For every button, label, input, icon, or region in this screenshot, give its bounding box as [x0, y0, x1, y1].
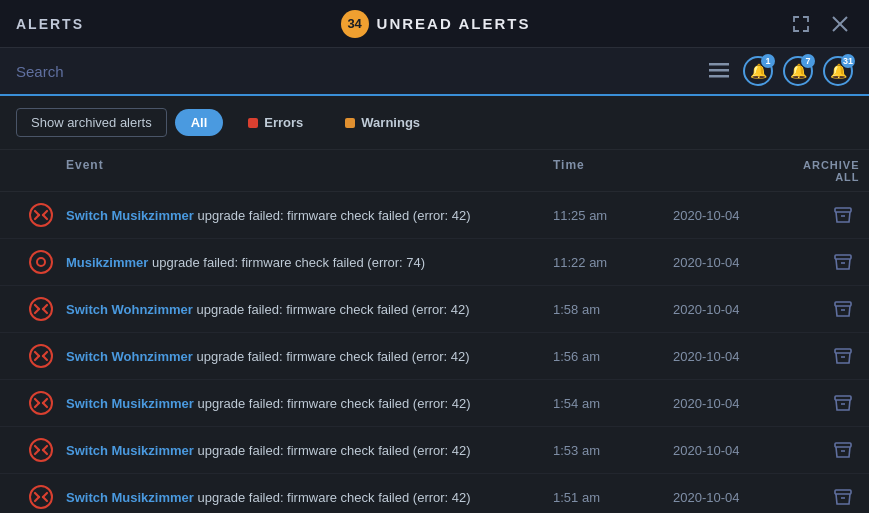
- alert-device-link[interactable]: Switch Musikzimmer: [66, 443, 194, 458]
- table-header: Event Time ARCHIVE ALL: [0, 150, 869, 192]
- svg-rect-4: [709, 75, 729, 78]
- alert-filter-7[interactable]: 🔔 7: [783, 56, 813, 86]
- alert-time: 1:54 am: [553, 396, 673, 411]
- svg-rect-42: [835, 443, 851, 447]
- search-right-icons: 🔔 1 🔔 7 🔔 31: [705, 56, 853, 86]
- alert-filter-1[interactable]: 🔔 1: [743, 56, 773, 86]
- list-view-button[interactable]: [705, 59, 733, 83]
- svg-rect-28: [835, 349, 851, 353]
- alert-device-link[interactable]: Switch Musikzimmer: [66, 490, 194, 505]
- svg-point-5: [30, 204, 52, 226]
- header-center: 34 UNREAD ALERTS: [341, 10, 531, 38]
- search-input[interactable]: [16, 63, 705, 80]
- svg-point-16: [30, 298, 52, 320]
- expand-button[interactable]: [787, 10, 815, 38]
- table-row: Switch Musikzimmer upgrade failed: firmw…: [0, 192, 869, 239]
- close-button[interactable]: [827, 11, 853, 37]
- show-archived-button[interactable]: Show archived alerts: [16, 108, 167, 137]
- filter-all-button[interactable]: All: [175, 109, 224, 136]
- alert-date: 2020-10-04: [673, 443, 803, 458]
- filter-errors-label: Errors: [264, 115, 303, 130]
- alert-device-link[interactable]: Musikzimmer: [66, 255, 148, 270]
- header: ALERTS 34 UNREAD ALERTS: [0, 0, 869, 48]
- archive-row-button[interactable]: [833, 205, 853, 225]
- alert-icon: [16, 202, 66, 228]
- alert-date: 2020-10-04: [673, 208, 803, 223]
- svg-line-18: [35, 309, 39, 313]
- alert-device-link[interactable]: Switch Wohnzimmer: [66, 302, 193, 317]
- app-title: ALERTS: [16, 16, 84, 32]
- alert-message: Switch Musikzimmer upgrade failed: firmw…: [66, 490, 553, 505]
- table-row: Switch Musikzimmer upgrade failed: firmw…: [0, 380, 869, 427]
- svg-line-7: [35, 215, 39, 219]
- unread-badge: 34: [341, 10, 369, 38]
- warnings-dot: [345, 118, 355, 128]
- alert-icon: [16, 249, 66, 275]
- svg-point-23: [30, 345, 52, 367]
- filter-warnings-button[interactable]: Warnings: [328, 108, 437, 137]
- svg-line-25: [35, 356, 39, 360]
- svg-rect-35: [835, 396, 851, 400]
- svg-line-34: [43, 403, 47, 407]
- filter-all-label: All: [191, 115, 208, 130]
- alert-message: Switch Musikzimmer upgrade failed: firmw…: [66, 396, 553, 411]
- filter-errors-button[interactable]: Errors: [231, 108, 320, 137]
- archive-row-button[interactable]: [833, 487, 853, 507]
- archive-row-button[interactable]: [833, 299, 853, 319]
- alert-message: Switch Wohnzimmer upgrade failed: firmwa…: [66, 302, 553, 317]
- alert-icon: [16, 437, 66, 463]
- archive-row-button[interactable]: [833, 440, 853, 460]
- alert-icon: [16, 296, 66, 322]
- alert-time: 11:25 am: [553, 208, 673, 223]
- alert-message: Musikzimmer upgrade failed: firmware che…: [66, 255, 553, 270]
- alert-date: 2020-10-04: [673, 490, 803, 505]
- alert-date: 2020-10-04: [673, 396, 803, 411]
- archive-row-button[interactable]: [833, 393, 853, 413]
- svg-point-37: [30, 439, 52, 461]
- svg-rect-21: [835, 302, 851, 306]
- table-row: Switch Wohnzimmer upgrade failed: firmwa…: [0, 333, 869, 380]
- alert-time: 1:56 am: [553, 349, 673, 364]
- col-event: Event: [66, 158, 553, 183]
- archive-row-button[interactable]: [833, 346, 853, 366]
- alert-message: Switch Musikzimmer upgrade failed: firmw…: [66, 208, 553, 223]
- alert-date: 2020-10-04: [673, 255, 803, 270]
- alert-time: 1:58 am: [553, 302, 673, 317]
- alert-message: Switch Musikzimmer upgrade failed: firmw…: [66, 443, 553, 458]
- archive-row-button[interactable]: [833, 252, 853, 272]
- filter-warnings-label: Warnings: [361, 115, 420, 130]
- svg-line-46: [35, 497, 39, 501]
- search-bar: 🔔 1 🔔 7 🔔 31: [0, 48, 869, 96]
- svg-point-13: [37, 258, 45, 266]
- alert-icon: [16, 390, 66, 416]
- alerts-list: Switch Musikzimmer upgrade failed: firmw…: [0, 192, 869, 511]
- alert-device-link[interactable]: Switch Wohnzimmer: [66, 349, 193, 364]
- svg-point-44: [30, 486, 52, 508]
- svg-line-41: [43, 450, 47, 454]
- svg-point-30: [30, 392, 52, 414]
- archive-all-button[interactable]: ARCHIVE ALL: [803, 159, 860, 183]
- errors-dot: [248, 118, 258, 128]
- alert-message: Switch Wohnzimmer upgrade failed: firmwa…: [66, 349, 553, 364]
- table-row: Switch Musikzimmer upgrade failed: firmw…: [0, 474, 869, 511]
- filter-bar: Show archived alerts All Errors Warnings: [0, 96, 869, 150]
- alert-icon: [16, 343, 66, 369]
- table-row: Switch Wohnzimmer upgrade failed: firmwa…: [0, 286, 869, 333]
- svg-rect-49: [835, 490, 851, 494]
- svg-point-12: [30, 251, 52, 273]
- svg-line-9: [43, 215, 47, 219]
- alert-date: 2020-10-04: [673, 302, 803, 317]
- alert-time: 1:51 am: [553, 490, 673, 505]
- svg-line-32: [35, 403, 39, 407]
- svg-rect-10: [835, 208, 851, 212]
- table-row: Switch Musikzimmer upgrade failed: firmw…: [0, 427, 869, 474]
- svg-rect-14: [835, 255, 851, 259]
- alert-device-link[interactable]: Switch Musikzimmer: [66, 208, 194, 223]
- header-actions: [787, 10, 853, 38]
- col-date: [673, 158, 803, 183]
- alert-date: 2020-10-04: [673, 349, 803, 364]
- alert-time: 1:53 am: [553, 443, 673, 458]
- alert-filter-31[interactable]: 🔔 31: [823, 56, 853, 86]
- alert-device-link[interactable]: Switch Musikzimmer: [66, 396, 194, 411]
- svg-line-39: [35, 450, 39, 454]
